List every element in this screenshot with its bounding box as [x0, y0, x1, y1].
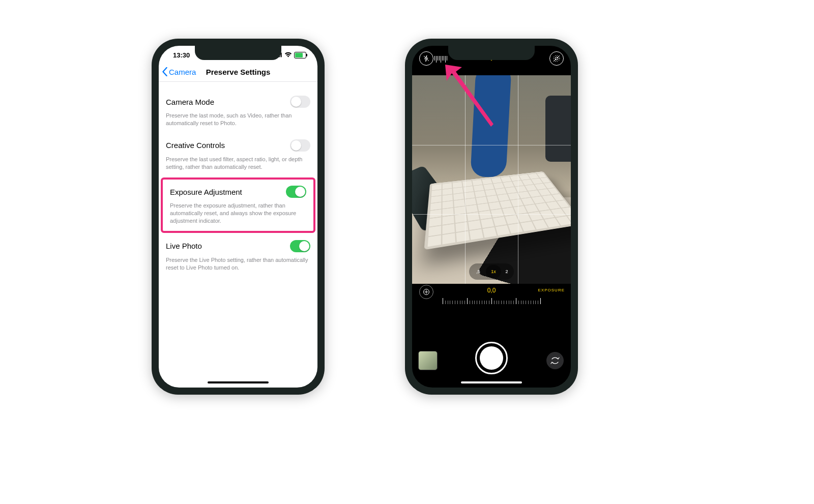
back-label: Camera: [169, 68, 196, 76]
setting-row-exposure-adjustment: Exposure AdjustmentPreserve the exposure…: [161, 177, 315, 233]
live-photo-off-icon[interactable]: [549, 51, 564, 66]
grid-line: [412, 145, 571, 145]
setting-row-camera-mode: Camera ModePreserve the last mode, such …: [159, 90, 317, 133]
setting-label: Exposure Adjustment: [170, 188, 242, 196]
notch: [195, 46, 281, 60]
annotation-arrow: [443, 63, 499, 131]
back-button[interactable]: Camera: [162, 67, 196, 76]
setting-label: Creative Controls: [166, 141, 225, 150]
setting-toggle[interactable]: [286, 186, 306, 198]
phone-frame-settings: 13:30 Camera Preserve Settings: [152, 39, 325, 395]
settings-list: Camera ModePreserve the last mode, such …: [159, 90, 317, 278]
exposure-label: EXPOSURE: [538, 288, 565, 292]
setting-label: Live Photo: [166, 242, 202, 250]
setting-toggle[interactable]: [290, 96, 310, 108]
setting-footnote: Preserve the exposure adjustment, rather…: [163, 200, 313, 231]
shutter-button[interactable]: [475, 342, 508, 374]
setting-footnote: Preserve the last used filter, aspect ra…: [159, 154, 317, 177]
wifi-icon: [284, 51, 292, 59]
setting-toggle[interactable]: [290, 240, 310, 252]
zoom-selector[interactable]: ,51x2: [469, 263, 514, 280]
setting-footnote: Preserve the last mode, such as Video, r…: [159, 110, 317, 133]
grid-line: [518, 75, 518, 284]
setting-row-live-photo: Live PhotoPreserve the Live Photo settin…: [159, 234, 317, 278]
setting-toggle[interactable]: [290, 139, 310, 152]
zoom-option[interactable]: 2: [501, 265, 512, 278]
camera-flip-button[interactable]: [546, 352, 564, 369]
last-photo-thumbnail[interactable]: [418, 351, 438, 370]
grid-line: [412, 214, 571, 215]
flash-off-icon[interactable]: [419, 51, 433, 66]
nav-bar: Camera Preserve Settings: [159, 62, 317, 82]
zoom-option[interactable]: ,5: [471, 265, 486, 278]
setting-label: Camera Mode: [166, 98, 214, 106]
setting-row-creative-controls: Creative ControlsPreserve the last used …: [159, 133, 317, 177]
page-title: Preserve Settings: [206, 68, 271, 76]
home-indicator[interactable]: [461, 381, 522, 383]
exposure-value: 0,0: [487, 287, 496, 294]
notch: [448, 46, 535, 60]
camera-bottom-bar: [412, 337, 571, 377]
exposure-adjust-button[interactable]: [419, 285, 433, 299]
home-indicator[interactable]: [208, 381, 269, 383]
exposure-control: 0,0 EXPOSURE: [412, 287, 571, 307]
battery-icon: [294, 52, 306, 58]
status-time: 13:30: [170, 51, 190, 59]
setting-footnote: Preserve the Live Photo setting, rather …: [159, 254, 317, 278]
exposure-slider[interactable]: [443, 296, 540, 304]
phone-frame-camera: ,51x2 0,0 EXPOSURE: [405, 39, 578, 395]
zoom-option[interactable]: 1x: [486, 265, 501, 278]
